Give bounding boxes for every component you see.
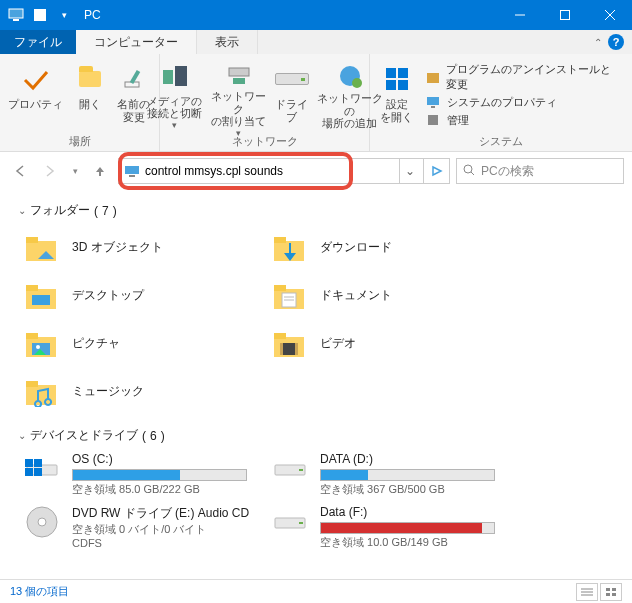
folder-open-icon bbox=[79, 62, 101, 96]
drive-icon bbox=[22, 452, 62, 486]
tab-computer[interactable]: コンピューター bbox=[76, 30, 197, 54]
chevron-down-icon: ⌄ bbox=[18, 430, 26, 441]
close-button[interactable] bbox=[587, 0, 632, 30]
folder-label: 3D オブジェクト bbox=[72, 239, 163, 256]
svg-rect-15 bbox=[386, 68, 396, 78]
folder-item[interactable]: ビデオ bbox=[266, 319, 514, 367]
capacity-bar bbox=[320, 469, 495, 481]
svg-rect-18 bbox=[398, 80, 408, 90]
folder-label: デスクトップ bbox=[72, 287, 144, 304]
svg-rect-48 bbox=[280, 343, 283, 355]
folder-icon bbox=[270, 323, 310, 363]
drive-label: DVD RW ドライブ (E:) Audio CD bbox=[72, 505, 262, 522]
svg-rect-54 bbox=[34, 459, 42, 467]
folder-icon bbox=[270, 275, 310, 315]
drive-item[interactable]: DATA (D:)空き領域 367 GB/500 GB bbox=[266, 448, 514, 501]
address-dropdown-icon[interactable]: ⌄ bbox=[399, 159, 419, 183]
svg-line-26 bbox=[471, 172, 474, 175]
folder-item[interactable]: ドキュメント bbox=[266, 271, 514, 319]
open-button[interactable]: 開く bbox=[69, 60, 111, 132]
svg-rect-28 bbox=[26, 237, 38, 243]
folder-label: ダウンロード bbox=[320, 239, 392, 256]
svg-rect-17 bbox=[386, 80, 396, 90]
folders-group-header[interactable]: ⌄ フォルダー (7) bbox=[18, 196, 614, 223]
svg-rect-46 bbox=[274, 333, 286, 339]
svg-point-60 bbox=[38, 518, 46, 526]
svg-rect-68 bbox=[606, 593, 610, 596]
svg-rect-1 bbox=[13, 19, 19, 21]
ribbon-tabs: ファイル コンピューター 表示 ⌃ ? bbox=[0, 30, 632, 54]
icons-view-button[interactable] bbox=[600, 583, 622, 601]
manage-icon bbox=[425, 112, 441, 128]
content-pane: ⌄ フォルダー (7) 3D オブジェクトダウンロードデスクトップドキュメントピ… bbox=[0, 190, 632, 560]
minimize-button[interactable] bbox=[497, 0, 542, 30]
address-bar[interactable]: ⌄ bbox=[118, 158, 424, 184]
open-settings-button[interactable]: 設定 を開く bbox=[376, 60, 417, 132]
svg-point-14 bbox=[352, 78, 362, 88]
drive-item[interactable]: Data (F:)空き領域 10.0 GB/149 GB bbox=[266, 501, 514, 554]
folder-label: ビデオ bbox=[320, 335, 356, 352]
nav-bar: ▾ ⌄ PCの検索 bbox=[0, 152, 632, 190]
properties-button[interactable]: プロパティ bbox=[5, 60, 67, 132]
svg-rect-19 bbox=[427, 73, 439, 83]
details-view-button[interactable] bbox=[576, 583, 598, 601]
search-icon bbox=[463, 164, 475, 179]
media-connect-button[interactable]: メディアの 接続と切断 ▾ bbox=[144, 60, 206, 132]
help-icon[interactable]: ? bbox=[608, 34, 624, 50]
manage-button[interactable]: 管理 bbox=[425, 112, 620, 128]
settings-tiles-icon bbox=[384, 62, 410, 96]
system-properties-button[interactable]: システムのプロパティ bbox=[425, 94, 620, 110]
network-drive-icon bbox=[225, 62, 253, 88]
svg-rect-16 bbox=[398, 68, 408, 78]
rename-icon bbox=[123, 62, 145, 96]
ribbon-collapse-icon[interactable]: ⌃ bbox=[594, 37, 602, 48]
forward-button[interactable] bbox=[38, 159, 62, 183]
drive-item[interactable]: OS (C:)空き領域 85.0 GB/222 GB bbox=[18, 448, 266, 501]
ribbon: プロパティ 開く 名前の 変更 場所 メディアの 接続と切断 ▾ ネットワーク … bbox=[0, 54, 632, 152]
svg-rect-23 bbox=[125, 166, 139, 174]
svg-rect-49 bbox=[295, 343, 298, 355]
go-button[interactable] bbox=[424, 158, 450, 184]
svg-rect-51 bbox=[26, 381, 38, 387]
svg-rect-55 bbox=[25, 468, 33, 476]
folder-item[interactable]: ダウンロード bbox=[266, 223, 514, 271]
drive-label: OS (C:) bbox=[72, 452, 262, 466]
svg-rect-0 bbox=[9, 9, 23, 18]
drive-icon bbox=[275, 62, 309, 96]
folder-item[interactable]: ミュージック bbox=[18, 367, 266, 415]
pc-icon bbox=[6, 5, 26, 25]
address-input[interactable] bbox=[145, 164, 399, 178]
svg-rect-36 bbox=[274, 285, 286, 291]
folder-icon bbox=[22, 227, 62, 267]
tab-file[interactable]: ファイル bbox=[0, 30, 76, 54]
up-button[interactable] bbox=[88, 159, 112, 183]
svg-rect-22 bbox=[428, 115, 438, 125]
svg-rect-53 bbox=[25, 459, 33, 467]
drive-icon bbox=[22, 505, 62, 539]
folder-label: ピクチャ bbox=[72, 335, 120, 352]
maximize-button[interactable] bbox=[542, 0, 587, 30]
tab-view[interactable]: 表示 bbox=[197, 30, 258, 54]
qat-item-icon[interactable] bbox=[30, 5, 50, 25]
folder-item[interactable]: デスクトップ bbox=[18, 271, 266, 319]
folder-label: ドキュメント bbox=[320, 287, 392, 304]
devices-group-header[interactable]: ⌄ デバイスとドライブ (6) bbox=[18, 421, 614, 448]
recent-dropdown[interactable]: ▾ bbox=[68, 159, 82, 183]
drive-label: Data (F:) bbox=[320, 505, 510, 519]
drive-item[interactable]: DVD RW ドライブ (E:) Audio CD空き領域 0 バイト/0 バイ… bbox=[18, 501, 266, 554]
drive-label: DATA (D:) bbox=[320, 452, 510, 466]
svg-rect-66 bbox=[606, 588, 610, 591]
drive-freespace: 空き領域 0 バイト/0 バイト bbox=[72, 522, 262, 537]
drive-button[interactable]: ドライブ bbox=[272, 60, 312, 132]
back-button[interactable] bbox=[8, 159, 32, 183]
map-network-drive-button[interactable]: ネットワーク の割り当て ▾ bbox=[208, 60, 270, 132]
qat-dropdown-icon[interactable]: ▾ bbox=[54, 5, 74, 25]
folder-item[interactable]: 3D オブジェクト bbox=[18, 223, 266, 271]
box-icon bbox=[425, 69, 440, 85]
svg-rect-34 bbox=[32, 295, 50, 305]
search-box[interactable]: PCの検索 bbox=[456, 158, 624, 184]
uninstall-programs-button[interactable]: プログラムのアンインストールと変更 bbox=[425, 62, 620, 92]
svg-rect-67 bbox=[612, 588, 616, 591]
search-placeholder: PCの検索 bbox=[481, 163, 534, 180]
folder-item[interactable]: ピクチャ bbox=[18, 319, 266, 367]
